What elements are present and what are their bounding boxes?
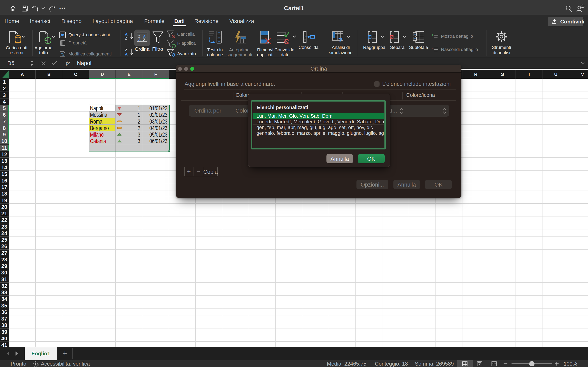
svg-text:?: ? — [338, 36, 342, 43]
svg-text:A: A — [138, 38, 141, 42]
svg-text:Z: Z — [143, 38, 145, 42]
